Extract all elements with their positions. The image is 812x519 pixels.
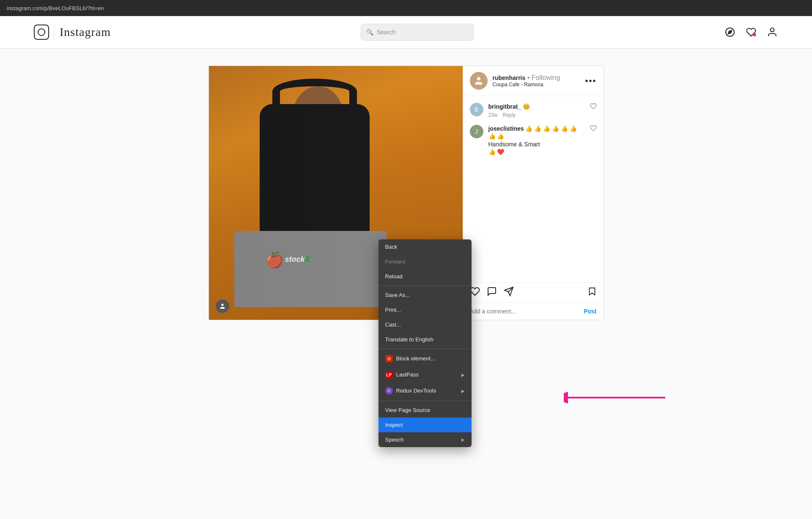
context-menu-forward: Forward [379,254,472,269]
search-bar[interactable]: 🔍 Search [361,24,474,41]
comment-content-2: joseclistines 👍 👍 👍 👍 👍 👍 👍 👍 Handsome &… [488,125,585,155]
arrow-svg [564,387,669,408]
comments-area: B bringitbrat_ 😊 23w Reply [463,96,604,283]
commenter-avatar-2: J [470,125,483,138]
comment-input[interactable] [470,308,584,315]
post-username[interactable]: rubenharris [493,74,526,81]
comment-time-1: 23w [488,112,498,118]
logo-square-icon [34,25,49,40]
comment-row-2: J joseclistines 👍 👍 👍 👍 👍 👍 👍 👍 Handsome… [470,125,597,155]
header-right [724,26,778,38]
post-following-label[interactable]: Following [532,74,560,81]
context-menu-cast[interactable]: Cast... [379,317,472,332]
context-inspect-label: Inspect [385,422,403,428]
header: Instagram 🔍 Search [0,16,812,49]
context-save-as-label: Save As... [385,292,410,298]
context-menu-inspect[interactable]: Inspect [379,417,472,432]
commenter-avatar-1: B [470,103,483,116]
context-separator-2 [379,349,472,349]
post-header: rubenharris • Following Coupa Cafe - Ram… [463,66,604,96]
context-print-label: Print... [385,307,401,313]
page-wrapper: instagram.com/p/BveLOuFBSL6/?hl=en Insta… [0,0,812,320]
post-container: 🍎 stockX [208,66,604,320]
context-menu-translate[interactable]: Translate to English [379,332,472,347]
search-icon: 🔍 [366,29,373,36]
title-bar: instagram.com/p/BveLOuFBSL6/?hl=en [0,0,812,16]
post-author-avatar-small[interactable] [216,299,229,313]
context-separator-1 [379,286,472,286]
explore-icon[interactable] [724,26,736,38]
svg-marker-1 [728,30,732,34]
comment-like-icon-1[interactable] [590,103,597,111]
context-menu: Back Forward Reload Save As... [379,239,472,447]
context-menu-print[interactable]: Print... [379,302,472,317]
share-action-icon[interactable] [504,286,514,299]
svg-point-2 [771,28,774,32]
logo-divider [54,25,55,40]
post-actions [463,283,604,302]
context-menu-view-source[interactable]: View Page Source [379,403,472,417]
redux-arrow-icon: ▶ [461,389,465,393]
comment-text-3: 👍 ❤️ [488,148,585,155]
comment-text-2: Handsome & Smart [488,141,585,148]
context-cast-label: Cast... [385,321,401,328]
context-menu-speech[interactable]: Speech ▶ [379,432,472,447]
context-menu-block[interactable]: ⊘Block element... [379,351,472,367]
post-location: Coupa Cafe - Ramona [493,82,585,88]
post-user-info: rubenharris • Following Coupa Cafe - Ram… [493,74,585,88]
context-menu-back[interactable]: Back [379,239,472,254]
heart-icon[interactable] [745,26,757,38]
context-speech-label: Speech [385,437,404,443]
context-menu-redux[interactable]: ⚛Redux DevTools ▶ [379,383,472,399]
comment-content-1: bringitbrat_ 😊 23w Reply [488,103,585,118]
context-menu-lastpass[interactable]: LPLastPass ▶ [379,367,472,383]
notification-dot [753,33,756,36]
arrow-annotation [564,387,669,410]
logo-circle-icon [38,28,45,36]
lastpass-arrow-icon: ▶ [461,373,465,377]
comment-input-area: Post [463,302,604,320]
comment-row: B bringitbrat_ 😊 23w Reply [470,103,597,118]
instagram-wordmark: Instagram [60,25,111,39]
context-block-content: ⊘Block element... [385,355,436,362]
profile-icon[interactable] [766,26,778,38]
svg-marker-7 [589,288,595,295]
header-left: Instagram [34,25,111,40]
svg-point-3 [221,304,223,306]
post-and-menu-wrapper: 🍎 stockX [208,66,604,320]
context-forward-label: Forward [385,258,406,265]
comment-action-icon[interactable] [487,286,497,299]
svg-point-4 [477,77,480,80]
context-back-label: Back [385,244,398,250]
context-view-source-label: View Page Source [385,407,431,413]
comment-like-icon-2[interactable] [590,125,597,133]
context-translate-label: Translate to English [385,336,433,343]
post-comment-button[interactable]: Post [584,308,596,315]
search-placeholder: Search [377,29,395,36]
context-lastpass-content: LPLastPass [385,371,419,379]
lastpass-icon: LP [385,371,393,379]
context-reload-label: Reload [385,273,403,280]
commenter-username-2[interactable]: joseclistines 👍 👍 👍 👍 👍 👍 👍 👍 [488,125,577,140]
block-element-icon: ⊘ [385,355,393,362]
speech-arrow-icon: ▶ [461,437,465,442]
context-menu-reload[interactable]: Reload [379,269,472,284]
context-menu-save-as[interactable]: Save As... [379,288,472,302]
context-separator-3 [379,401,472,401]
context-redux-content: ⚛Redux DevTools [385,387,436,395]
post-author-avatar[interactable] [470,72,488,90]
main-content: 🍎 stockX [0,49,812,320]
url-text: instagram.com/p/BveLOuFBSL6/?hl=en [7,5,104,11]
post-more-button[interactable]: ••• [585,76,596,86]
reply-button-1[interactable]: Reply [503,112,516,118]
redux-icon: ⚛ [385,387,393,395]
bookmark-action-icon[interactable] [587,287,597,299]
commenter-username-1[interactable]: bringitbrat_ 😊 [488,103,530,110]
comment-meta-1: 23w Reply [488,112,585,118]
instagram-logo[interactable]: Instagram [34,25,111,40]
post-username-line: rubenharris • Following [493,74,585,82]
post-sidebar: rubenharris • Following Coupa Cafe - Ram… [463,66,604,320]
